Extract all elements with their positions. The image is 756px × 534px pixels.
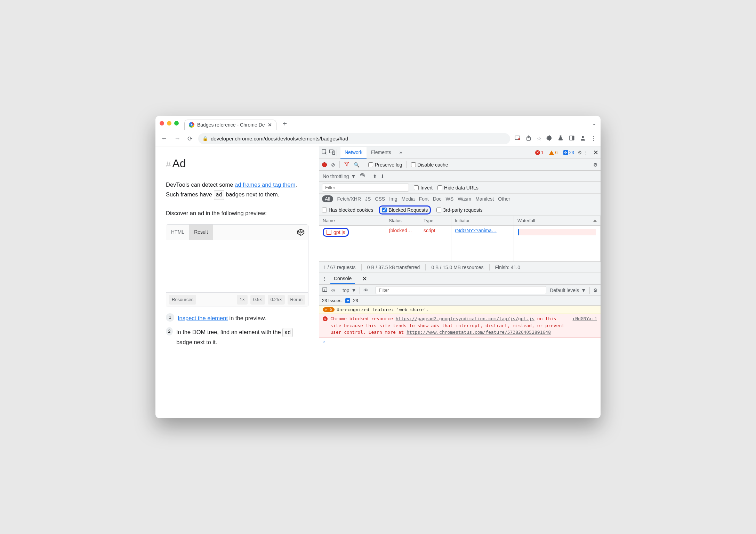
- type-img[interactable]: Img: [389, 196, 397, 202]
- inspect-link[interactable]: Inspect the element: [178, 315, 228, 321]
- issues-bar[interactable]: 23 Issues: ❖23: [319, 296, 601, 306]
- type-other[interactable]: Other: [498, 196, 510, 202]
- has-blocked-cookies-checkbox[interactable]: Has blocked cookies: [322, 207, 373, 213]
- close-drawer-icon[interactable]: ✕: [362, 275, 367, 283]
- console-prompt[interactable]: ›: [319, 338, 601, 346]
- device-toggle-icon[interactable]: [329, 149, 335, 156]
- profile-icon[interactable]: [580, 135, 586, 143]
- settings-icon[interactable]: ⚙: [578, 150, 582, 155]
- header-initiator[interactable]: Initiator: [451, 216, 514, 225]
- header-status[interactable]: Status: [385, 216, 420, 225]
- preview-iframe[interactable]: [166, 240, 308, 292]
- filter-input[interactable]: [322, 184, 409, 192]
- zoom-025x[interactable]: 0.25×: [268, 295, 285, 305]
- error-source-link[interactable]: rNdGNYx:1: [573, 315, 597, 336]
- warning-count[interactable]: 6: [547, 149, 560, 155]
- error-count[interactable]: ✕1: [533, 149, 546, 155]
- type-media[interactable]: Media: [402, 196, 415, 202]
- network-conditions-icon[interactable]: [359, 172, 365, 180]
- console-settings-icon[interactable]: ⚙: [593, 288, 598, 293]
- kebab-menu-icon[interactable]: ⋮: [584, 150, 588, 155]
- labs-icon[interactable]: [557, 135, 564, 143]
- share-icon[interactable]: [525, 135, 532, 143]
- preview-tab-result[interactable]: Result: [189, 225, 213, 240]
- table-row[interactable]: gpt.js (blocked… script rNdGNYx?anima…: [319, 226, 601, 239]
- header-waterfall[interactable]: Waterfall: [514, 216, 601, 225]
- filter-funnel-icon[interactable]: [344, 161, 349, 168]
- upload-har-icon[interactable]: ⬆: [373, 173, 377, 179]
- minimize-window-button[interactable]: [167, 121, 171, 126]
- filter-checks-row: Has blocked cookies Blocked Requests 3rd…: [319, 204, 601, 216]
- type-doc[interactable]: Doc: [433, 196, 442, 202]
- zoom-05x[interactable]: 0.5×: [250, 295, 265, 305]
- live-expression-icon[interactable]: 👁: [363, 288, 368, 293]
- forward-button[interactable]: →: [173, 134, 182, 143]
- type-wasm[interactable]: Wasm: [458, 196, 471, 202]
- preview-tab-html[interactable]: HTML: [166, 225, 189, 240]
- install-icon[interactable]: [514, 135, 521, 143]
- more-tabs-icon[interactable]: »: [395, 147, 407, 159]
- tab-close-icon[interactable]: ✕: [268, 122, 272, 128]
- elements-tab[interactable]: Elements: [367, 147, 395, 159]
- preserve-log-checkbox[interactable]: Preserve log: [368, 162, 402, 168]
- expand-warn-icon[interactable]: ▸ 5: [323, 307, 335, 312]
- hide-data-urls-checkbox[interactable]: Hide data URLs: [437, 185, 478, 191]
- browser-tab[interactable]: Badges reference - Chrome De ✕: [184, 120, 276, 130]
- sidepanel-icon[interactable]: [569, 135, 575, 143]
- tabs-dropdown-icon[interactable]: ⌄: [592, 120, 596, 127]
- log-levels-dropdown[interactable]: Default levels ▼: [550, 288, 586, 293]
- inspect-element-icon[interactable]: [321, 149, 328, 156]
- console-menu-icon[interactable]: ⋮: [322, 276, 327, 282]
- network-tab[interactable]: Network: [340, 147, 367, 159]
- record-button[interactable]: [322, 162, 327, 167]
- network-table: Name Status Type Initiator Waterfall gpt…: [319, 216, 601, 262]
- clear-console-icon[interactable]: ⊘: [331, 288, 335, 293]
- invert-checkbox[interactable]: Invert: [414, 185, 433, 191]
- throttling-dropdown[interactable]: No throttling ▼: [323, 173, 356, 179]
- type-fetch[interactable]: Fetch/XHR: [337, 196, 361, 202]
- close-devtools-icon[interactable]: ✕: [593, 149, 598, 156]
- header-name[interactable]: Name: [319, 216, 385, 225]
- svg-rect-4: [572, 136, 574, 140]
- url-field[interactable]: 🔒 developer.chrome.com/docs/devtools/ele…: [198, 133, 510, 144]
- type-manifest[interactable]: Manifest: [475, 196, 494, 202]
- clear-icon[interactable]: ⊘: [331, 162, 335, 168]
- blocked-requests-checkbox[interactable]: Blocked Requests: [382, 207, 428, 213]
- search-icon[interactable]: 🔍: [354, 162, 360, 168]
- codepen-icon[interactable]: [297, 228, 305, 236]
- console-error-row[interactable]: ✕ Chrome blocked resource https://pagead…: [319, 314, 601, 338]
- menu-icon[interactable]: ⋮: [591, 135, 596, 142]
- type-css[interactable]: CSS: [375, 196, 385, 202]
- console-sidebar-icon[interactable]: [322, 287, 328, 293]
- url-text: developer.chrome.com/docs/devtools/eleme…: [211, 136, 348, 141]
- type-ws[interactable]: WS: [446, 196, 454, 202]
- console-filter-input[interactable]: [376, 286, 546, 294]
- disable-cache-checkbox[interactable]: Disable cache: [411, 162, 448, 168]
- zoom-1x[interactable]: 1×: [237, 295, 248, 305]
- maximize-window-button[interactable]: [174, 121, 179, 126]
- header-type[interactable]: Type: [420, 216, 451, 225]
- console-warning-row[interactable]: ▸ 5 Unrecognized feature: 'web-share'.: [319, 306, 601, 314]
- third-party-checkbox[interactable]: 3rd-party requests: [436, 207, 483, 213]
- back-button[interactable]: ←: [160, 134, 169, 143]
- new-tab-button[interactable]: ＋: [281, 119, 288, 128]
- issues-count[interactable]: ❖23: [561, 149, 576, 155]
- learn-more-link[interactable]: https://www.chromestatus.com/feature/573…: [407, 330, 551, 335]
- context-dropdown[interactable]: top ▼: [343, 288, 356, 293]
- blocked-url-link[interactable]: https://pagead2.googlesyndication.com/ta…: [396, 316, 534, 321]
- type-font[interactable]: Font: [419, 196, 429, 202]
- type-all[interactable]: All: [322, 195, 333, 202]
- bookmark-icon[interactable]: ☆: [537, 135, 541, 142]
- console-tab[interactable]: Console: [330, 274, 355, 284]
- network-settings-icon[interactable]: ⚙: [593, 162, 598, 168]
- network-status-bar: 1 / 67 requests 0 B / 37.5 kB transferre…: [319, 262, 601, 273]
- close-window-button[interactable]: [160, 121, 164, 126]
- ad-frames-link[interactable]: ad frames and tag them: [235, 181, 295, 188]
- lock-icon: 🔒: [202, 136, 208, 141]
- rerun-button[interactable]: Rerun: [288, 295, 305, 305]
- extensions-icon[interactable]: [546, 135, 553, 143]
- download-har-icon[interactable]: ⬇: [380, 173, 385, 179]
- type-js[interactable]: JS: [365, 196, 371, 202]
- resources-button[interactable]: Resources: [169, 295, 196, 305]
- reload-button[interactable]: ⟳: [186, 134, 194, 143]
